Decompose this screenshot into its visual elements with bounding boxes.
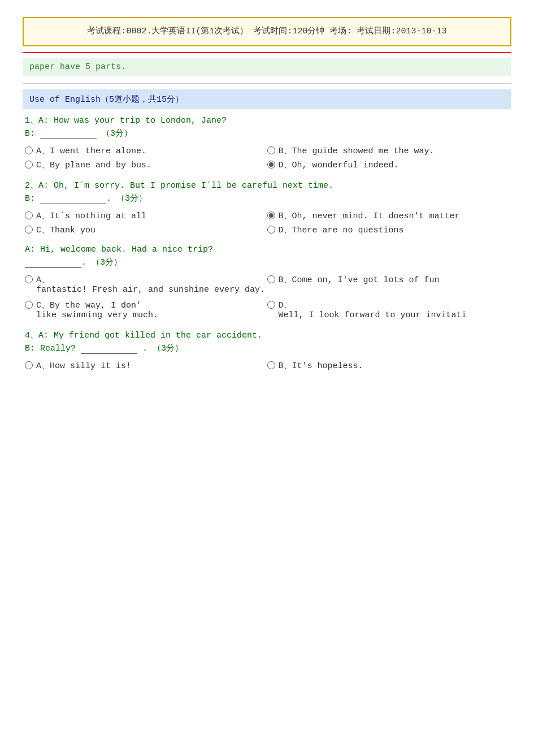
question-2-block: 2、A: Oh, I´m sorry. But I promise I´ll b… <box>23 180 511 237</box>
q4-option-a[interactable]: A、How silly it is! <box>25 358 267 373</box>
q1-radio-b[interactable] <box>267 146 275 154</box>
q2-answer-line: B: . （3分） <box>25 193 509 204</box>
q4-options: A、How silly it is! B、It's hopeless. <box>25 358 509 373</box>
q1-option-a[interactable]: A、I went there alone. <box>25 144 267 158</box>
section-header: Use of English（5道小题，共15分） <box>23 89 511 109</box>
q3-underline <box>25 258 81 268</box>
q3-answer-line: . （3分） <box>25 257 509 268</box>
q1-answer-line: B: （3分） <box>25 128 509 139</box>
q4-radio-b[interactable] <box>267 361 275 369</box>
q4-text-a: 4、A: My friend got killed in the car acc… <box>25 330 509 340</box>
q3-radio-c[interactable] <box>25 301 33 309</box>
question-4-block: 4、A: My friend got killed in the car acc… <box>23 330 511 373</box>
q3-radio-b[interactable] <box>267 275 275 283</box>
q1-radio-a[interactable] <box>25 146 33 154</box>
q1-radio-d[interactable] <box>267 161 275 169</box>
green-notice: paper have 5 parts. <box>23 58 511 76</box>
question-1-block: 1、A: How was your trip to London, Jane? … <box>23 115 511 172</box>
q1-number: 1、 <box>25 116 38 126</box>
q1-options: A、I went there alone. B、The guide showed… <box>25 144 509 172</box>
header-text: 考试课程:0002.大学英语II(第1次考试） 考试时间:120分钟 考场: 考… <box>87 27 446 36</box>
header-box: 考试课程:0002.大学英语II(第1次考试） 考试时间:120分钟 考场: 考… <box>23 17 511 46</box>
q3-text-a: A: Hi, welcome back. Had a nice trip? <box>25 245 509 254</box>
q1-radio-c[interactable] <box>25 161 33 169</box>
q3-options: A、fantastic! Fresh air, and sunshine eve… <box>25 273 509 322</box>
q2-radio-a[interactable] <box>25 211 33 219</box>
q2-option-a[interactable]: A、It´s nothing at all <box>25 209 267 223</box>
notice-text: paper have 5 parts. <box>29 62 126 72</box>
q2-option-c[interactable]: C、Thank you <box>25 223 267 237</box>
q4-underline <box>81 344 137 354</box>
q4-answer-line: B: Really? . （3分） <box>25 343 509 354</box>
q1-text-a: 1、A: How was your trip to London, Jane? <box>25 115 509 126</box>
q2-text-a: 2、A: Oh, I´m sorry. But I promise I´ll b… <box>25 180 509 191</box>
q2-radio-b[interactable] <box>267 211 275 219</box>
q3-option-b[interactable]: B、Come on, I've got lots of fun <box>267 273 510 298</box>
q3-option-d[interactable]: D、Well, I look forward to your invitati <box>267 298 510 322</box>
q3-radio-d[interactable] <box>267 301 275 309</box>
q4-radio-a[interactable] <box>25 361 33 369</box>
q1-underline <box>40 129 97 139</box>
q4-option-b[interactable]: B、It's hopeless. <box>267 358 510 373</box>
question-3-block: A: Hi, welcome back. Had a nice trip? . … <box>23 245 511 322</box>
q3-radio-a[interactable] <box>25 275 33 283</box>
q2-option-b[interactable]: B、Oh, never mind. It doesn't matter <box>267 209 510 223</box>
divider-top <box>23 83 511 84</box>
q2-underline <box>40 194 106 204</box>
red-divider <box>23 52 511 53</box>
q1-option-b[interactable]: B、The guide showed me the way. <box>267 144 510 158</box>
q2-radio-d[interactable] <box>267 226 275 234</box>
q2-radio-c[interactable] <box>25 226 33 234</box>
q2-options: A、It´s nothing at all B、Oh, never mind. … <box>25 209 509 237</box>
q1-option-c[interactable]: C、By plane and by bus. <box>25 158 267 172</box>
q3-option-c[interactable]: C、By the way, I don'like swimming very m… <box>25 298 267 322</box>
q2-option-d[interactable]: D、There are no questions <box>267 223 510 237</box>
q1-option-d[interactable]: D、Oh, wonderful indeed. <box>267 158 510 172</box>
q3-option-a[interactable]: A、fantastic! Fresh air, and sunshine eve… <box>25 273 267 298</box>
section-title: Use of English（5道小题，共15分） <box>29 95 184 105</box>
